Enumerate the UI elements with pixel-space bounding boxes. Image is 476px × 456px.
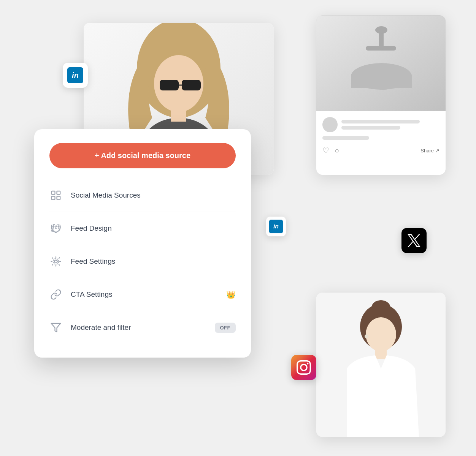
post-actions: ♡ ○ Share ↗ — [316, 146, 446, 158]
comment-icon[interactable]: ○ — [335, 146, 339, 155]
svg-rect-20 — [375, 348, 387, 359]
svg-point-19 — [366, 317, 396, 352]
crown-badge: 👑 — [226, 290, 236, 299]
menu-item-cta-settings[interactable]: CTA Settings 👑 — [49, 278, 236, 311]
main-panel: + Add social media source Social Media S… — [34, 129, 251, 358]
feed-settings-label: Feed Settings — [71, 257, 236, 266]
svg-point-18 — [371, 300, 390, 315]
cta-settings-label: CTA Settings — [71, 290, 218, 299]
social-media-sources-label: Social Media Sources — [71, 191, 236, 200]
feed-design-label: Feed Design — [71, 224, 236, 233]
share-arrow-icon: ↗ — [435, 148, 440, 154]
instagram-icon — [297, 360, 311, 375]
card-woman-white — [316, 293, 446, 437]
svg-point-21 — [365, 334, 368, 338]
menu-list: Social Media Sources Feed Design — [49, 179, 236, 344]
svg-point-27 — [53, 259, 59, 264]
linkedin-badge-mid: in — [266, 217, 286, 236]
linkedin-icon: in — [67, 67, 83, 83]
moderate-filter-toggle[interactable]: OFF — [215, 323, 236, 333]
menu-item-social-media-sources[interactable]: Social Media Sources — [49, 179, 236, 212]
card-bathroom-post: ♡ ○ Share ↗ — [316, 15, 446, 175]
svg-rect-25 — [57, 196, 60, 200]
menu-item-moderate-filter[interactable]: Moderate and filter OFF — [49, 311, 236, 344]
post-content — [316, 111, 446, 146]
link-icon — [49, 288, 62, 301]
svg-rect-23 — [57, 191, 60, 195]
svg-rect-15 — [351, 74, 412, 88]
avatar-placeholder — [322, 117, 338, 132]
post-meta — [322, 117, 440, 132]
grid-icon — [49, 189, 62, 202]
menu-item-feed-design[interactable]: Feed Design — [49, 212, 236, 245]
svg-rect-5 — [182, 80, 201, 90]
svg-marker-28 — [51, 323, 61, 332]
menu-item-feed-settings[interactable]: Feed Settings — [49, 245, 236, 278]
svg-rect-22 — [52, 191, 55, 195]
text-placeholder — [322, 136, 369, 140]
name-placeholder — [341, 120, 420, 124]
palette-icon — [49, 222, 62, 235]
x-icon — [408, 234, 420, 247]
share-text[interactable]: Share ↗ — [420, 148, 440, 154]
add-social-media-source-button[interactable]: + Add social media source — [49, 143, 236, 168]
settings-icon — [49, 255, 62, 268]
linkedin-icon-mid: in — [269, 220, 283, 233]
moderate-filter-label: Moderate and filter — [71, 323, 206, 332]
handle-placeholder — [341, 126, 400, 130]
woman-white-photo — [316, 293, 446, 437]
svg-rect-8 — [171, 106, 186, 122]
scene: ♡ ○ Share ↗ — [0, 0, 476, 456]
svg-point-13 — [375, 26, 387, 34]
meta-lines — [341, 120, 440, 130]
svg-rect-24 — [52, 196, 55, 200]
svg-point-26 — [54, 260, 57, 263]
instagram-badge — [291, 355, 316, 380]
heart-icon[interactable]: ♡ — [322, 146, 329, 155]
bathroom-photo — [316, 15, 446, 111]
linkedin-badge-top: in — [63, 63, 88, 88]
filter-icon — [49, 321, 62, 334]
svg-rect-4 — [160, 80, 179, 90]
x-twitter-badge — [401, 228, 427, 253]
